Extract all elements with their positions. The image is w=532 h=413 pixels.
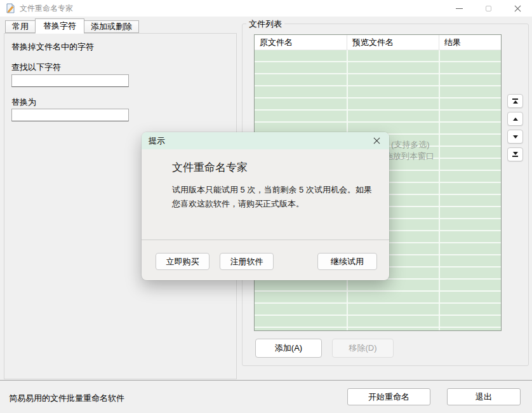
column-header-preview-name[interactable]: 预览文件名 xyxy=(347,35,439,50)
dialog-title-bar: 提示 xyxy=(142,132,389,149)
drop-hint-line1: (支持多选) xyxy=(391,139,430,151)
title-bar: 文件重命名专家 xyxy=(0,0,532,17)
column-header-original-name[interactable]: 原文件名 xyxy=(255,35,347,50)
dialog-heading: 文件重命名专家 xyxy=(172,160,248,175)
register-software-button[interactable]: 注册软件 xyxy=(220,253,274,270)
column-header-result[interactable]: 结果 xyxy=(439,35,501,50)
window-title: 文件重命名专家 xyxy=(20,3,73,14)
minimize-button[interactable] xyxy=(444,0,474,17)
buy-now-button[interactable]: 立即购买 xyxy=(156,253,209,270)
drop-hint-line2: 拖放到本窗口 xyxy=(385,151,434,162)
replace-with-input[interactable] xyxy=(11,109,129,121)
column-divider xyxy=(439,50,440,330)
dialog-close-button[interactable] xyxy=(366,132,387,149)
down-triangle-icon xyxy=(513,152,518,155)
dialog-close-icon xyxy=(373,137,380,144)
dialog-message: 试用版本只能试用 5 次，当前剩余 5 次试用机会。如果您喜欢这款软件，请购买正… xyxy=(172,183,379,211)
app-window: 文件重命名专家 常用 替换字符 添加或删除 替换掉文件名中的字符 查找以下字符 … xyxy=(0,0,532,413)
bottom-separator xyxy=(0,380,532,381)
close-icon xyxy=(514,5,521,12)
dialog-separator xyxy=(142,240,389,240)
window-controls xyxy=(444,0,532,17)
dialog-title: 提示 xyxy=(149,135,165,147)
trial-dialog: 提示 文件重命名专家 试用版本只能试用 5 次，当前剩余 5 次试用机会。如果您… xyxy=(142,132,389,280)
status-text: 简易易用的文件批量重命名软件 xyxy=(9,393,124,404)
continue-trial-button[interactable]: 继续试用 xyxy=(317,253,377,270)
file-list-header: 原文件名 预览文件名 结果 xyxy=(255,35,501,50)
move-down-icon xyxy=(513,135,518,139)
move-to-top-button[interactable] xyxy=(507,94,523,108)
up-triangle-icon xyxy=(513,100,518,104)
tab-replace-chars[interactable]: 替换字符 xyxy=(35,18,84,34)
move-to-top-icon xyxy=(512,98,518,100)
add-files-button[interactable]: 添加(A) xyxy=(255,339,322,358)
move-up-icon xyxy=(513,118,518,121)
tab-bar: 常用 替换字符 添加或删除 xyxy=(5,18,138,33)
close-button[interactable] xyxy=(503,0,532,17)
remove-files-button[interactable]: 移除(D) xyxy=(332,339,394,358)
move-up-button[interactable] xyxy=(507,112,523,126)
app-icon xyxy=(5,3,15,13)
tab-common[interactable]: 常用 xyxy=(5,20,36,33)
replace-section-label: 替换掉文件名中的字符 xyxy=(11,41,94,53)
exit-button[interactable]: 退出 xyxy=(447,388,521,405)
file-list-group-label: 文件列表 xyxy=(246,18,284,30)
tab-add-or-delete[interactable]: 添加或删除 xyxy=(84,20,139,33)
minimize-icon xyxy=(456,8,463,9)
maximize-button[interactable] xyxy=(474,0,503,17)
move-to-bottom-button[interactable] xyxy=(507,147,523,161)
maximize-icon xyxy=(486,6,491,11)
find-chars-input[interactable] xyxy=(11,74,129,87)
move-down-button[interactable] xyxy=(507,130,523,144)
move-to-bottom-icon xyxy=(512,156,518,157)
find-chars-label: 查找以下字符 xyxy=(11,62,61,73)
replace-with-label: 替换为 xyxy=(11,97,36,108)
start-rename-button[interactable]: 开始重命名 xyxy=(347,388,430,405)
